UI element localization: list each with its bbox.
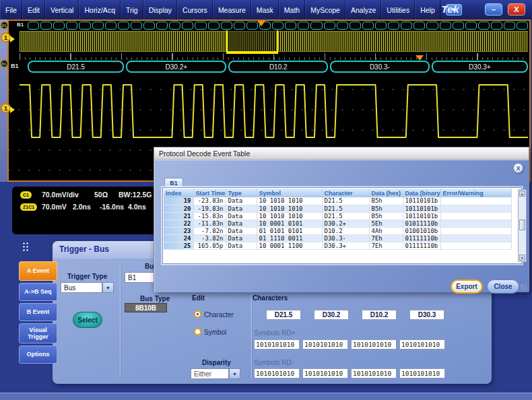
close-window-button[interactable]: X bbox=[508, 3, 525, 15]
menu-item-mask[interactable]: Mask bbox=[251, 0, 279, 20]
menu-item-help[interactable]: Help bbox=[415, 0, 440, 20]
table-row[interactable]: 22-11.83nData10 0001 0101D30.2+5Eh010111… bbox=[164, 220, 511, 227]
character-input-3[interactable]: D10.2 bbox=[362, 310, 397, 320]
export-button[interactable]: Export bbox=[451, 279, 483, 294]
symbol-rdplus-input-2[interactable]: 1010101010 bbox=[302, 339, 348, 349]
symbol-rdplus-input-1[interactable]: 1010101010 bbox=[254, 339, 300, 349]
table-row[interactable]: 24-3.82nData01 1110 0011D30.3-7Eh0111111… bbox=[164, 234, 511, 242]
menu-item-utilities[interactable]: Utilities bbox=[381, 0, 415, 20]
table-scrollbar[interactable]: ▲ ▼ bbox=[518, 189, 527, 262]
cell-symbol: 10 1010 1010 bbox=[257, 197, 322, 205]
ch1-bandwidth-readout: BW:12.5G bbox=[119, 191, 152, 199]
bus-segment-mini bbox=[324, 22, 335, 30]
cell-symbol: 01 0101 0101 bbox=[257, 227, 322, 234]
minimize-button[interactable]: – bbox=[485, 3, 502, 15]
symbol-rdminus-input-1[interactable]: 1010101010 bbox=[254, 368, 300, 378]
symbol-rdminus-input-4[interactable]: 1010101010 bbox=[399, 368, 445, 378]
scroll-down-icon[interactable]: ▼ bbox=[519, 255, 525, 261]
cell-error-warning bbox=[440, 234, 511, 242]
symbol-rdplus-input-3[interactable]: 1010101010 bbox=[351, 339, 397, 349]
radio-symbol-label: Symbol bbox=[204, 329, 226, 336]
bottom-strip bbox=[0, 393, 532, 400]
column-header-symbol[interactable]: Symbol bbox=[257, 189, 322, 197]
symbol-rdminus-input-3[interactable]: 1010101010 bbox=[351, 368, 397, 378]
character-input-4[interactable]: D30.3 bbox=[409, 310, 444, 320]
symbol-rdplus-input-4[interactable]: 1010101010 bbox=[399, 339, 445, 349]
bus-segment-d303[interactable]: D30.3+ bbox=[432, 61, 528, 73]
bus-segment-mini bbox=[79, 22, 90, 30]
menu-item-trig[interactable]: Trig bbox=[121, 0, 143, 20]
trigger-type-dropdown-button[interactable]: ▼ bbox=[102, 282, 114, 293]
menu-item-display[interactable]: Display bbox=[143, 0, 177, 20]
channel1-readout-badge[interactable]: C1 bbox=[20, 191, 32, 199]
protocol-decode-dialog: Protocol Decode Event Table X B1 IndexSt… bbox=[154, 147, 529, 292]
trigger-position-marker-zoom[interactable] bbox=[415, 55, 424, 61]
zoom1-readout-badge[interactable]: Z1C1 bbox=[20, 203, 37, 211]
symbol-rdminus-input-2[interactable]: 1010101010 bbox=[302, 368, 348, 378]
bus-segment-d302[interactable]: D30.2+ bbox=[126, 61, 226, 73]
trigger-tab-a-event[interactable]: A Event bbox=[19, 261, 57, 281]
column-header-start-time[interactable]: Start Time bbox=[193, 189, 226, 197]
panel-grip[interactable] bbox=[22, 242, 29, 251]
channel1-badge-zoom[interactable]: 1 bbox=[1, 103, 11, 113]
column-header-data-binary-[interactable]: Data (binary) bbox=[403, 189, 440, 197]
menu-item-math[interactable]: Math bbox=[279, 0, 305, 20]
menu-item-myscope[interactable]: MyScope bbox=[305, 0, 345, 20]
bus1-badge-overview[interactable]: B1 bbox=[0, 21, 9, 30]
menu-item-vertical[interactable]: Vertical bbox=[45, 0, 79, 20]
column-header-type[interactable]: Type bbox=[226, 189, 257, 197]
disparity-select[interactable]: Either bbox=[191, 368, 229, 379]
cell-symbol: 10 0001 1100 bbox=[257, 242, 322, 249]
column-header-index[interactable]: Index bbox=[164, 189, 193, 197]
dialog-tab-b1[interactable]: B1 bbox=[164, 178, 183, 188]
character-input-2[interactable]: D30.2 bbox=[314, 310, 349, 320]
table-row[interactable]: 19-23.83nData10 1010 1010D21.5B5h1011010… bbox=[164, 197, 511, 205]
radio-character[interactable] bbox=[194, 310, 201, 318]
bus-segment-mini bbox=[28, 22, 39, 30]
trigger-position-marker[interactable] bbox=[257, 21, 265, 26]
menu-item-measure[interactable]: Measure bbox=[213, 0, 251, 20]
table-row[interactable]: 23-7.82nData01 0101 0101D10.24Ah01001010… bbox=[164, 227, 511, 234]
zoom-window-highlight[interactable] bbox=[226, 30, 278, 53]
bus-segment-mini bbox=[118, 22, 129, 30]
table-row[interactable]: 21-15.83nData10 1010 1010D21.5B5h1011010… bbox=[164, 212, 511, 220]
scroll-up-icon[interactable]: ▲ bbox=[519, 191, 525, 197]
menu-item-edit[interactable]: Edit bbox=[22, 0, 45, 20]
scrollbar-thumb[interactable] bbox=[519, 220, 525, 230]
dialog-resize-grip[interactable] bbox=[521, 284, 527, 291]
trigger-tab-a-b-seq[interactable]: A->B Seq bbox=[19, 283, 57, 301]
trigger-type-select[interactable]: Bus bbox=[61, 282, 102, 293]
column-header-error-warning[interactable]: Error/Warning bbox=[440, 189, 511, 197]
select-button[interactable]: Select bbox=[73, 312, 102, 328]
menu-item-horiz-acq[interactable]: Horiz/Acq bbox=[79, 0, 121, 20]
bus-segment-d102[interactable]: D10.2 bbox=[228, 61, 328, 73]
trigger-tab-b-event[interactable]: B Event bbox=[19, 303, 57, 321]
cell-error-warning bbox=[440, 227, 511, 234]
menu-item-file[interactable]: File bbox=[0, 0, 22, 20]
bus-segment-mini bbox=[478, 22, 490, 30]
dialog-close-icon[interactable]: X bbox=[513, 163, 523, 173]
channel1-badge-overview[interactable]: 1 bbox=[1, 32, 11, 42]
bus-type-label: Bus Type bbox=[140, 295, 170, 302]
cell-start-time: 165.05p bbox=[193, 242, 226, 249]
disparity-dropdown-button[interactable]: ▼ bbox=[229, 368, 240, 379]
dialog-close-button[interactable]: Close bbox=[487, 279, 519, 294]
trigger-tab-visual-trigger[interactable]: Visual Trigger bbox=[19, 323, 57, 343]
dialog-titlebar[interactable]: Protocol Decode Event Table bbox=[154, 147, 529, 160]
table-row[interactable]: 20-19.83nData10 1010 1010D21.5B5h1011010… bbox=[164, 205, 511, 212]
cell-start-time: -23.83n bbox=[193, 197, 226, 205]
column-header-character[interactable]: Character bbox=[322, 189, 369, 197]
menu-item-analyze[interactable]: Analyze bbox=[345, 0, 381, 20]
bus-segment-d215[interactable]: D21.5 bbox=[28, 61, 124, 73]
character-input-1[interactable]: D21.5 bbox=[266, 310, 301, 320]
cell-index: 21 bbox=[164, 212, 193, 220]
menu-item-cursors[interactable]: Cursors bbox=[177, 0, 213, 20]
cell-data-hex-: B5h bbox=[369, 212, 403, 220]
trigger-tab-options[interactable]: Options bbox=[19, 345, 57, 364]
bus1-badge-zoom[interactable]: B1 bbox=[0, 59, 9, 68]
bus-segment-d303[interactable]: D30.3- bbox=[330, 61, 430, 73]
radio-symbol[interactable] bbox=[194, 328, 201, 335]
zoom-timebase-readout: 2.0ns bbox=[73, 203, 91, 211]
table-row[interactable]: 25165.05pData10 0001 1100D30.3+7Eh011111… bbox=[164, 242, 511, 249]
column-header-data-hex-[interactable]: Data (hex) bbox=[369, 189, 403, 197]
